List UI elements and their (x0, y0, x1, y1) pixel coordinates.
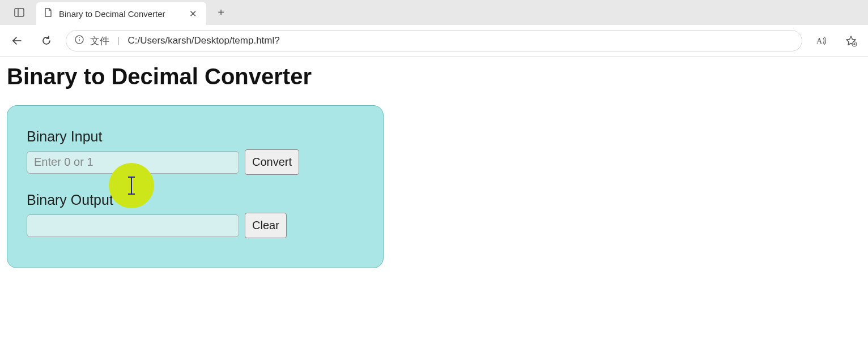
address-url: C:/Users/karsh/Desktop/temp.html? (127, 35, 279, 46)
convert-button[interactable]: Convert (245, 149, 299, 175)
binary-output-label: Binary Output (27, 192, 364, 208)
binary-input-row: Convert (27, 149, 364, 175)
clear-button[interactable]: Clear (245, 213, 287, 238)
binary-input[interactable] (27, 151, 239, 174)
binary-input-label: Binary Input (27, 128, 364, 145)
browser-tab[interactable]: Binary to Decimal Converter ✕ (36, 2, 206, 25)
svg-text:A: A (816, 37, 823, 45)
address-separator: | (117, 35, 120, 46)
new-tab-button[interactable]: + (210, 1, 232, 24)
browser-chrome: Binary to Decimal Converter ✕ + (0, 0, 868, 57)
converter-panel: Binary Input Convert Binary Output Clear (7, 105, 384, 268)
browser-toolbar: 文件 | C:/Users/karsh/Desktop/temp.html? A (0, 25, 868, 57)
address-file-label: 文件 (90, 35, 109, 48)
tab-title: Binary to Decimal Converter (59, 9, 186, 19)
refresh-button[interactable] (36, 31, 57, 51)
page-title: Binary to Decimal Converter (7, 64, 861, 89)
svg-point-5 (79, 37, 80, 38)
svg-rect-0 (15, 8, 24, 16)
page-content: Binary to Decimal Converter Binary Input… (0, 57, 868, 275)
read-aloud-icon[interactable]: A (811, 31, 832, 51)
back-button[interactable] (7, 31, 27, 51)
tab-bar: Binary to Decimal Converter ✕ + (0, 0, 868, 25)
page-icon (43, 7, 53, 20)
address-bar[interactable]: 文件 | C:/Users/karsh/Desktop/temp.html? (66, 30, 802, 51)
binary-output-row: Clear (27, 213, 364, 238)
favorites-icon[interactable] (841, 31, 861, 51)
binary-output[interactable] (27, 214, 239, 237)
info-icon[interactable] (74, 35, 84, 48)
tab-actions-icon[interactable] (7, 0, 32, 25)
close-icon[interactable]: ✕ (186, 7, 199, 20)
